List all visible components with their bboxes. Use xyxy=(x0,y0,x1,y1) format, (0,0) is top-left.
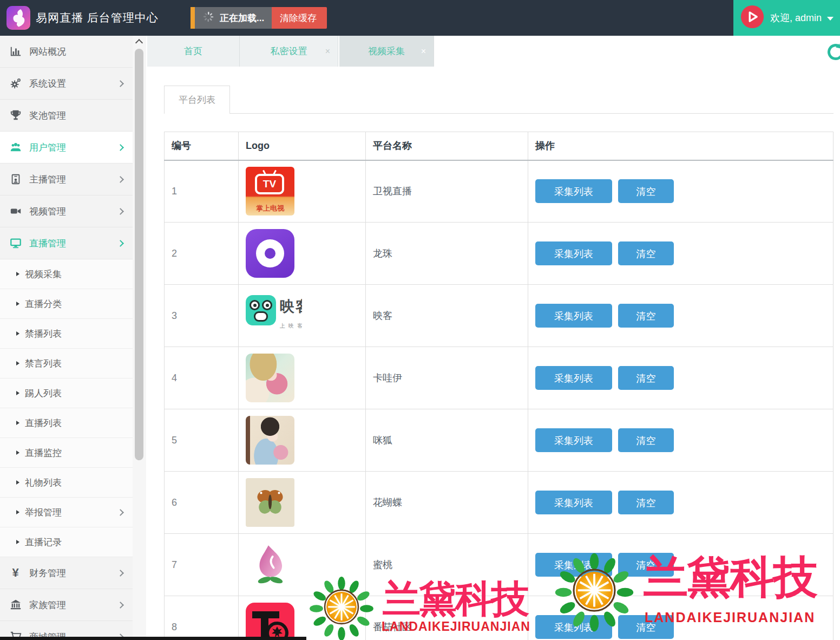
tab-platform-list[interactable]: 平台列表 xyxy=(164,86,230,114)
row-number: 6 xyxy=(165,472,239,534)
platform-logo-fanqieshequ xyxy=(246,603,294,640)
clear-button[interactable]: 清空 xyxy=(618,366,674,390)
panel-tabs: 平台列表 xyxy=(164,86,834,114)
chevron-right-icon xyxy=(117,80,124,87)
table-row: 8 番茄社区 xyxy=(165,596,834,640)
clear-button[interactable]: 清空 xyxy=(618,553,674,577)
platform-name: 卫视直播 xyxy=(366,160,528,223)
scroll-up-arrow-icon[interactable] xyxy=(135,39,143,47)
clear-button[interactable]: 清空 xyxy=(618,304,674,328)
triangle-right-icon xyxy=(16,302,19,306)
sidebar-scrollbar[interactable] xyxy=(133,36,146,640)
chevron-right-icon xyxy=(117,208,124,215)
platform-name: 番茄社区 xyxy=(366,596,528,640)
platform-logo-huahudie xyxy=(246,478,294,527)
user-menu[interactable]: 欢迎, admin xyxy=(733,0,840,36)
platform-name: 咪狐 xyxy=(366,409,528,472)
loading-accent-bar xyxy=(191,7,195,29)
sidebar-item-site-overview[interactable]: 网站概况 xyxy=(0,36,133,68)
platform-logo-inke: 映客 上映客 xyxy=(246,291,302,340)
platform-name: 花蝴蝶 xyxy=(366,472,528,534)
platform-name: 卡哇伊 xyxy=(366,347,528,409)
spinner-icon xyxy=(202,11,214,25)
close-icon[interactable]: × xyxy=(421,47,426,56)
bottom-scrollbar[interactable] xyxy=(0,637,306,640)
triangle-right-icon xyxy=(16,391,19,395)
row-number: 4 xyxy=(165,347,239,409)
video-camera-icon xyxy=(9,205,22,218)
clear-button[interactable]: 清空 xyxy=(618,179,674,203)
table-row: 7 蜜桃 xyxy=(165,534,834,596)
sidebar-nav: 网站概况 系统设置 奖池管理 用户管理 xyxy=(0,36,133,640)
sidebar-item-prize-pool[interactable]: 奖池管理 xyxy=(0,100,133,132)
platform-name: 蜜桃 xyxy=(366,534,528,596)
platform-name: 映客 xyxy=(366,285,528,347)
sidebar-item-family-management[interactable]: 家族管理 xyxy=(0,589,133,621)
sidebar-item-user-management[interactable]: 用户管理 xyxy=(0,132,133,164)
tab-video-collect[interactable]: 视频采集 × xyxy=(339,36,434,67)
sidebar-subitem-report-management[interactable]: 举报管理 xyxy=(0,498,133,527)
monitor-icon xyxy=(9,237,22,250)
collect-list-button[interactable]: 采集列表 xyxy=(535,428,612,452)
triangle-right-icon xyxy=(16,421,19,425)
sidebar-subitem-live-monitor[interactable]: 直播监控 xyxy=(0,438,133,468)
sidebar-subitem-video-collect[interactable]: 视频采集 xyxy=(0,259,133,289)
triangle-right-icon xyxy=(16,540,19,544)
collect-list-button[interactable]: 采集列表 xyxy=(535,179,612,203)
clear-button[interactable]: 清空 xyxy=(618,241,674,265)
chevron-right-icon xyxy=(117,240,124,247)
row-number: 2 xyxy=(165,223,239,285)
platform-table: 编号 Logo 平台名称 操作 1 TV 掌上电视 卫视直播 xyxy=(164,132,834,640)
tab-content: 平台列表 编号 Logo 平台名称 操作 1 TV 掌上电视 xyxy=(146,67,840,640)
platform-logo-longzhu xyxy=(246,229,294,278)
clear-button[interactable]: 清空 xyxy=(618,615,674,639)
scrollbar-thumb[interactable] xyxy=(135,49,143,460)
clear-button[interactable]: 清空 xyxy=(618,491,674,514)
chevron-right-icon xyxy=(117,602,124,609)
bank-icon xyxy=(9,598,22,612)
sidebar-subitem-live-list[interactable]: 直播列表 xyxy=(0,408,133,438)
page-tabbar: 首页 私密设置 × 视频采集 × xyxy=(146,36,840,67)
collect-list-button[interactable]: 采集列表 xyxy=(535,615,612,639)
col-header-logo: Logo xyxy=(239,132,366,160)
clear-button[interactable]: 清空 xyxy=(618,428,674,452)
play-circle-icon xyxy=(740,4,765,31)
sidebar-item-finance-management[interactable]: ¥ 财务管理 xyxy=(0,557,133,589)
triangle-right-icon xyxy=(16,480,19,485)
collect-list-button[interactable]: 采集列表 xyxy=(535,304,612,328)
table-row: 6 花蝴蝶 xyxy=(165,472,834,534)
close-icon[interactable]: × xyxy=(325,47,330,56)
sidebar-item-video-management[interactable]: 视频管理 xyxy=(0,195,133,227)
sidebar-subitem-ban-broadcast-list[interactable]: 禁播列表 xyxy=(0,319,133,349)
platform-name: 龙珠 xyxy=(366,223,528,285)
platform-logo-mitao xyxy=(246,540,294,589)
row-number: 7 xyxy=(165,534,239,596)
sidebar-subitem-gift-list[interactable]: 礼物列表 xyxy=(0,468,133,498)
collect-list-button[interactable]: 采集列表 xyxy=(535,491,612,514)
chevron-right-icon xyxy=(117,570,124,577)
triangle-right-icon xyxy=(16,510,19,514)
sidebar-item-live-management[interactable]: 直播管理 xyxy=(0,227,133,259)
tab-privacy-settings[interactable]: 私密设置 × xyxy=(240,36,338,67)
sidebar-subitem-kick-list[interactable]: 踢人列表 xyxy=(0,378,133,408)
sidebar-subitem-mute-list[interactable]: 禁言列表 xyxy=(0,349,133,378)
triangle-right-icon xyxy=(16,331,19,336)
table-header-row: 编号 Logo 平台名称 操作 xyxy=(165,132,834,160)
refresh-icon[interactable] xyxy=(826,42,840,62)
platform-logo-weishizhibo: TV 掌上电视 xyxy=(246,167,294,215)
collect-list-button[interactable]: 采集列表 xyxy=(535,553,612,577)
sidebar-subitem-live-category[interactable]: 直播分类 xyxy=(0,289,133,319)
sidebar-item-anchor-management[interactable]: 主播管理 xyxy=(0,164,133,195)
row-number: 3 xyxy=(165,285,239,347)
clear-cache-button[interactable]: 清除缓存 xyxy=(270,7,327,29)
table-row: 2 龙珠 采集列表 清空 xyxy=(165,223,834,285)
collect-list-button[interactable]: 采集列表 xyxy=(535,241,612,265)
collect-list-button[interactable]: 采集列表 xyxy=(535,366,612,390)
id-card-icon xyxy=(9,173,22,186)
top-header: 易网直播 后台管理中心 清除缓存 正在 xyxy=(0,0,840,36)
loading-indicator: 正在加载... xyxy=(191,7,272,29)
tab-home[interactable]: 首页 xyxy=(147,36,240,67)
sidebar-item-system-settings[interactable]: 系统设置 xyxy=(0,68,133,100)
app-title: 易网直播 后台管理中心 xyxy=(36,0,159,36)
sidebar-subitem-live-records[interactable]: 直播记录 xyxy=(0,527,133,557)
